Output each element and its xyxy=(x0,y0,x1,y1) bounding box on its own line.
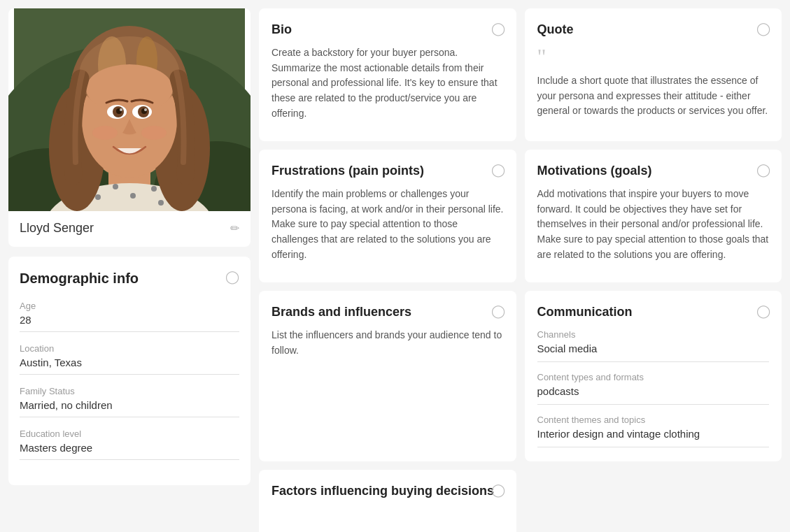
location-label: Location xyxy=(20,343,239,354)
frustrations-card: ◯ Frustrations (pain points) Identify th… xyxy=(259,150,516,282)
formats-value[interactable]: podcasts xyxy=(537,385,770,405)
svg-point-10 xyxy=(158,200,164,206)
factors-card: ◯ Factors influencing buying decisions xyxy=(259,470,516,532)
right-column: ◯ Bio Create a backstory for your buyer … xyxy=(259,0,790,532)
bio-hint-icon: ◯ xyxy=(491,21,505,36)
frustrations-title: Frustrations (pain points) xyxy=(271,164,504,178)
quote-mark: " xyxy=(537,45,770,68)
quote-body[interactable]: Include a short quote that illustrates t… xyxy=(537,73,770,119)
brands-title: Brands and influencers xyxy=(271,305,504,319)
education-value[interactable]: Masters degree xyxy=(20,442,239,460)
svg-point-7 xyxy=(113,184,118,189)
profile-card: Lloyd Senger ✏ xyxy=(8,8,251,247)
communication-hint-icon: ◯ xyxy=(756,303,770,319)
svg-point-19 xyxy=(86,64,173,113)
location-field: Location Austin, Texas xyxy=(20,343,239,375)
demographic-title: Demographic info xyxy=(20,271,239,287)
quote-title: Quote xyxy=(537,22,770,37)
profile-image-container xyxy=(8,8,251,211)
education-label: Education level xyxy=(20,429,239,439)
brands-body[interactable]: List the influencers and brands your aud… xyxy=(271,328,504,358)
svg-point-29 xyxy=(141,126,167,140)
age-label: Age xyxy=(20,301,239,311)
motivations-title: Motivations (goals) xyxy=(537,164,770,178)
channels-label: Channels xyxy=(537,329,770,340)
demographic-hint-icon: ◯ xyxy=(225,269,239,285)
svg-point-8 xyxy=(130,193,136,199)
svg-point-26 xyxy=(120,108,122,111)
communication-card: ◯ Communication Channels Social media Co… xyxy=(525,291,782,461)
left-column: Lloyd Senger ✏ ◯ Demographic info Age 28… xyxy=(0,0,259,532)
factors-hint-icon: ◯ xyxy=(491,482,505,498)
profile-name-row: Lloyd Senger ✏ xyxy=(8,211,251,247)
quote-hint-icon: ◯ xyxy=(756,21,770,36)
svg-point-27 xyxy=(144,108,147,111)
profile-name: Lloyd Senger xyxy=(20,221,94,236)
brands-card: ◯ Brands and influencers List the influe… xyxy=(259,291,516,461)
motivations-card: ◯ Motivations (goals) Add motivations th… xyxy=(525,150,782,282)
svg-point-28 xyxy=(92,126,118,140)
family-status-value[interactable]: Married, no children xyxy=(20,399,239,417)
themes-label: Content themes and topics xyxy=(537,415,770,425)
quote-card: ◯ Quote " Include a short quote that ill… xyxy=(525,8,782,141)
svg-point-9 xyxy=(151,186,157,192)
bio-title: Bio xyxy=(271,22,504,37)
motivations-hint-icon: ◯ xyxy=(756,162,770,178)
profile-photo xyxy=(8,8,251,211)
brands-hint-icon: ◯ xyxy=(491,303,505,319)
family-status-label: Family Status xyxy=(20,386,239,396)
age-value[interactable]: 28 xyxy=(20,314,239,332)
family-status-field: Family Status Married, no children xyxy=(20,386,239,417)
frustrations-body[interactable]: Identify the main problems or challenges… xyxy=(271,187,504,262)
bio-card: ◯ Bio Create a backstory for your buyer … xyxy=(259,8,516,141)
age-field: Age 28 xyxy=(20,301,239,332)
svg-point-6 xyxy=(95,194,101,200)
bio-body[interactable]: Create a backstory for your buyer person… xyxy=(271,45,504,121)
edit-icon[interactable]: ✏ xyxy=(230,222,239,235)
location-value[interactable]: Austin, Texas xyxy=(20,357,239,375)
factors-title: Factors influencing buying decisions xyxy=(271,484,504,498)
education-field: Education level Masters degree xyxy=(20,429,239,460)
frustrations-hint-icon: ◯ xyxy=(491,162,505,178)
themes-value[interactable]: Interior design and vintage clothing xyxy=(537,428,770,447)
motivations-body[interactable]: Add motivations that inspire your buyers… xyxy=(537,187,770,262)
communication-title: Communication xyxy=(537,305,770,319)
formats-label: Content types and formats xyxy=(537,372,770,382)
demographic-card: ◯ Demographic info Age 28 Location Austi… xyxy=(8,257,251,485)
channels-value[interactable]: Social media xyxy=(537,343,770,362)
